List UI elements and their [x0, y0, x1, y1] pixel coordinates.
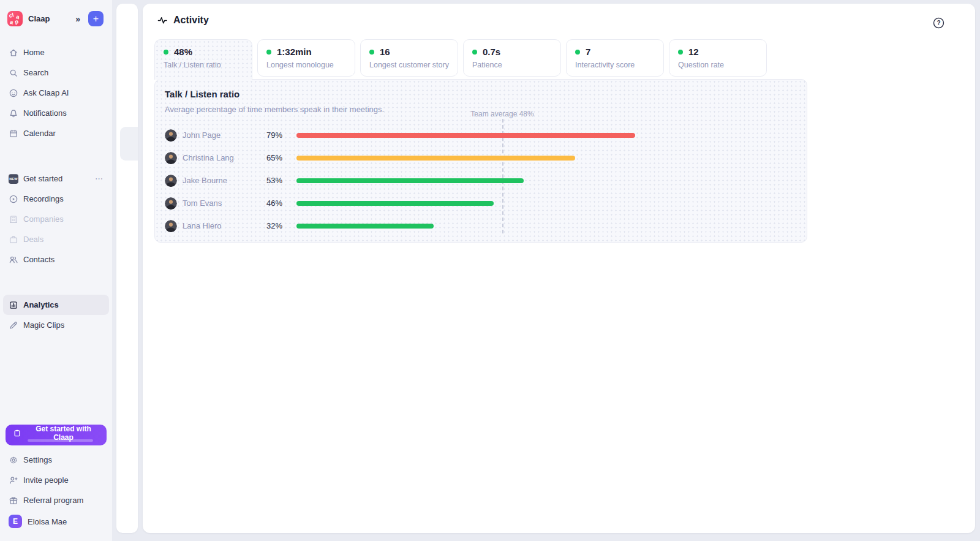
metric-label: Patience — [472, 61, 560, 69]
member-name: Lana Hiero — [183, 221, 256, 230]
pencil-icon — [9, 320, 18, 330]
member-avatar — [165, 220, 177, 232]
sidebar-item-search[interactable]: Search — [3, 62, 109, 83]
bar-chart-icon — [9, 300, 18, 310]
new-badge-icon: NEW — [9, 174, 18, 184]
play-circle-icon — [9, 194, 18, 204]
sidebar-item-contacts[interactable]: Contacts — [3, 249, 109, 270]
sidebar-item-label: Invite people — [23, 475, 69, 485]
metric-value: 16 — [380, 47, 390, 57]
sidebar-item-user[interactable]: E Eloisa Mae — [3, 510, 109, 532]
bar-track — [296, 133, 797, 138]
svg-text:?: ? — [937, 20, 940, 26]
chart-row: Jake Bourne53% — [165, 169, 797, 192]
member-avatar — [165, 129, 177, 142]
metric-tab-interactivity-score[interactable]: 7 Interactivity score — [566, 39, 664, 77]
chart-row: John Page79% — [165, 124, 797, 146]
svg-text:a: a — [9, 19, 14, 26]
sidebar-item-label: Notifications — [23, 108, 67, 118]
status-dot — [164, 50, 168, 55]
sidebar-item-label: Get started — [23, 174, 62, 183]
talk-ratio-bar — [296, 156, 575, 161]
bell-icon — [9, 108, 18, 118]
metric-tabs: 48% Talk / Listen ratio 1:32min Longest … — [154, 39, 975, 79]
metric-label: Talk / Listen ratio — [164, 61, 252, 69]
metric-label: Longest monologue — [266, 61, 355, 69]
nav-workspace: NEW Get started ⋯ Recordings Companies D… — [0, 168, 112, 270]
sidebar-item-home[interactable]: Home — [3, 42, 109, 62]
sidebar-item-analytics[interactable]: Analytics — [3, 295, 109, 315]
sidebar-item-label: Magic Clips — [23, 320, 64, 330]
user-name: Eloisa Mae — [28, 517, 67, 526]
building-icon — [9, 214, 18, 224]
metric-value: 48% — [174, 47, 192, 57]
member-value: 32% — [256, 221, 282, 230]
talk-ratio-bar — [296, 133, 635, 138]
help-button[interactable]: ? — [933, 17, 944, 29]
background-page-block — [120, 127, 138, 161]
activity-pulse-icon — [157, 15, 168, 26]
add-button[interactable]: + — [88, 11, 104, 26]
metric-tab-longest-customer-story[interactable]: 16 Longest customer story — [360, 39, 458, 77]
member-avatar — [165, 197, 177, 210]
sidebar-item-settings[interactable]: Settings — [3, 450, 109, 470]
sidebar-item-get-started[interactable]: NEW Get started ⋯ — [3, 168, 109, 189]
bar-track — [296, 201, 797, 206]
metric-label: Question rate — [678, 61, 766, 69]
sidebar-item-deals[interactable]: Deals — [3, 229, 109, 249]
sidebar-item-invite-people[interactable]: Invite people — [3, 470, 109, 490]
chart-row: Christina Lang65% — [165, 146, 797, 169]
sidebar-item-referral-program[interactable]: Referral program — [3, 490, 109, 510]
metric-value: 1:32min — [277, 47, 312, 57]
bar-track — [296, 224, 797, 229]
workspace-name: Claap — [28, 14, 50, 23]
nav-primary: Home Search Ask Claap AI Notifications C… — [0, 42, 112, 143]
nav-tools: Analytics Magic Clips — [0, 295, 112, 335]
search-icon — [9, 68, 18, 78]
sidebar-item-notifications[interactable]: Notifications — [3, 103, 109, 123]
people-icon — [9, 255, 18, 265]
sidebar-item-label: Analytics — [23, 300, 59, 309]
status-dot — [678, 50, 683, 55]
smiley-icon — [9, 88, 18, 98]
sidebar-item-label: Calendar — [23, 129, 56, 138]
metric-tab-question-rate[interactable]: 12 Question rate — [669, 39, 767, 77]
metric-value: 12 — [688, 47, 699, 57]
metric-tab-patience[interactable]: 0.7s Patience — [463, 39, 561, 77]
sidebar-item-label: Companies — [23, 214, 64, 224]
talk-ratio-bar — [296, 201, 494, 206]
metric-value: 0.7s — [483, 47, 500, 57]
sidebar: cl a a p Claap » + Home Search Ask Claap… — [0, 0, 112, 541]
member-name: Jake Bourne — [183, 176, 256, 185]
member-value: 79% — [256, 131, 282, 140]
more-options-icon[interactable]: ⋯ — [95, 174, 104, 183]
cta-progress-track — [28, 439, 93, 442]
metric-tab-talk-listen-ratio[interactable]: 48% Talk / Listen ratio — [154, 39, 252, 80]
briefcase-icon — [9, 235, 18, 244]
sidebar-item-recordings[interactable]: Recordings — [3, 189, 109, 209]
sidebar-item-label: Recordings — [23, 194, 64, 203]
sidebar-item-companies[interactable]: Companies — [3, 209, 109, 229]
status-dot — [266, 50, 271, 55]
metric-tab-longest-monologue[interactable]: 1:32min Longest monologue — [257, 39, 355, 77]
sidebar-item-label: Ask Claap AI — [23, 88, 69, 97]
member-name: John Page — [183, 131, 256, 140]
background-page-strip — [116, 4, 138, 533]
get-started-cta-button[interactable]: Get started with Claap — [6, 425, 107, 445]
gift-icon — [9, 496, 18, 505]
talk-listen-ratio-panel: Talk / Listen ratio Average percentage o… — [154, 79, 807, 243]
sidebar-item-label: Search — [23, 68, 48, 77]
status-dot — [472, 50, 477, 55]
calendar-icon — [9, 129, 18, 138]
talk-ratio-bar — [296, 224, 434, 229]
metric-value: 7 — [586, 47, 590, 57]
collapse-sidebar-button[interactable]: » — [73, 13, 83, 25]
member-name: Christina Lang — [183, 153, 256, 162]
sidebar-item-magic-clips[interactable]: Magic Clips — [3, 315, 109, 335]
sidebar-item-calendar[interactable]: Calendar — [3, 123, 109, 143]
chart-rows: John Page79%Christina Lang65%Jake Bourne… — [165, 124, 797, 237]
sidebar-item-label: Settings — [23, 455, 52, 464]
sidebar-item-ask-claap-ai[interactable]: Ask Claap AI — [3, 83, 109, 103]
sidebar-bottom: Get started with Claap Settings Invite p… — [0, 425, 112, 541]
home-icon — [9, 48, 18, 58]
